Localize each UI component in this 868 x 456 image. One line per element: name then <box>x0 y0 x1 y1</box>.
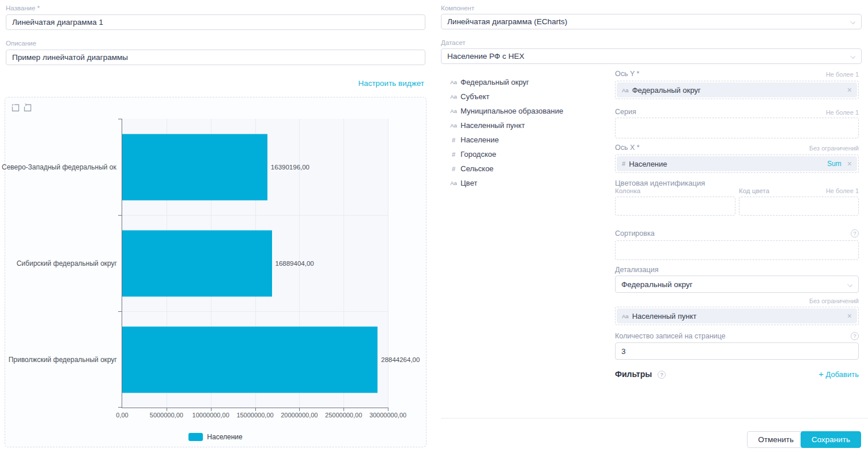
component-value: Линейчатая диаграмма (ECharts) <box>447 17 567 26</box>
component-label: Компонент <box>441 5 474 12</box>
number-field-icon: # <box>448 165 459 172</box>
chip-label: Население <box>629 160 667 168</box>
x-tick-label: 15000000,00 <box>236 412 273 419</box>
dataset-field[interactable]: #Население <box>448 133 604 147</box>
text-field-icon: Aa <box>448 93 459 100</box>
dataset-value: Население РФ с HEX <box>447 52 524 61</box>
dataset-label: Датасет <box>441 39 466 46</box>
field-label: Сельское <box>461 164 493 173</box>
chart-band: Приволжский федеральный округ28844264,00 <box>122 311 388 408</box>
x-tick-label: 5000000,00 <box>150 412 183 419</box>
x-tick-label: 20000000,00 <box>281 412 318 419</box>
description-label: Описание <box>6 40 425 47</box>
axis-x-limit: Без ограничений <box>809 145 859 152</box>
remove-icon[interactable]: × <box>847 160 852 168</box>
field-label: Цвет <box>461 179 477 187</box>
chart-preview: 0,005000000,0010000000,0015000000,002000… <box>5 97 427 447</box>
chart-legend[interactable]: Население <box>5 433 426 441</box>
help-icon[interactable]: ? <box>658 371 666 379</box>
text-field-icon: Aa <box>448 180 459 186</box>
dataset-field[interactable]: #Сельское <box>448 161 604 176</box>
bar-chart-plot[interactable]: 0,005000000,0010000000,0015000000,002000… <box>122 119 388 408</box>
remove-icon[interactable]: × <box>847 86 852 94</box>
dataset-field[interactable]: AaЦвет <box>448 176 604 190</box>
dataset-field[interactable]: #Городское <box>448 147 604 161</box>
bar[interactable] <box>122 326 378 393</box>
aggregation-badge[interactable]: Sum <box>827 160 841 168</box>
text-field-icon: Aa <box>448 79 459 85</box>
help-icon[interactable]: ? <box>851 332 859 340</box>
y-axis-tick <box>118 311 122 312</box>
color-column-dropzone[interactable] <box>615 197 735 216</box>
remove-icon[interactable]: × <box>847 312 852 320</box>
field-label: Субъект <box>461 92 489 101</box>
number-field-icon: # <box>448 151 459 158</box>
sorting-label: Сортировка <box>615 229 655 238</box>
data-zoom-icon[interactable] <box>11 103 20 112</box>
chart-band: Северо-Западный федеральный ок...1639019… <box>122 119 388 215</box>
x-tick-label: 0,00 <box>116 412 128 419</box>
x-axis-tick <box>211 408 212 411</box>
name-input[interactable] <box>6 14 425 30</box>
series-limit: Не более 1 <box>826 109 859 116</box>
sorting-dropzone[interactable] <box>615 240 859 260</box>
value-label: 28844264,00 <box>381 356 420 363</box>
text-field-icon: Aa <box>622 87 629 93</box>
configure-widget-link[interactable]: Настроить виджет <box>358 79 424 88</box>
axis-x-label: Ось X * <box>615 144 640 152</box>
field-label: Населенный пункт <box>461 121 525 130</box>
widget-settings-panel: Название * Описание Настроить виджет <box>6 5 425 88</box>
dataset-field[interactable]: AaСубъект <box>448 89 604 104</box>
detail-select[interactable]: Федеральный округ <box>615 276 859 293</box>
footer-divider <box>441 418 868 419</box>
add-filter-button[interactable]: + Добавить <box>818 369 859 379</box>
y-axis-tick <box>118 407 122 408</box>
save-button[interactable]: Сохранить <box>801 431 861 448</box>
x-axis-tick <box>388 408 388 411</box>
filters-label: Фильтры <box>615 370 652 379</box>
value-label: 16390196,00 <box>271 164 310 171</box>
dataset-fields: AaФедеральный округAaСубъектAaМуниципаль… <box>448 75 604 190</box>
bar[interactable] <box>122 134 267 200</box>
help-icon[interactable]: ? <box>851 229 859 238</box>
dataset-field[interactable]: AaМуниципальное образование <box>448 104 604 118</box>
axis-y-chip[interactable]: Aa Федеральный округ × <box>617 82 857 97</box>
detail-chip[interactable]: Aa Населенный пункт × <box>617 308 857 323</box>
field-label: Муниципальное образование <box>461 107 563 115</box>
detail-dropzone[interactable]: Aa Населенный пункт × <box>615 307 859 325</box>
axis-x-dropzone[interactable]: # Население Sum × <box>615 154 859 173</box>
dataset-field[interactable]: AaФедеральный округ <box>448 75 604 89</box>
number-field-icon: # <box>448 137 459 144</box>
text-field-icon: Aa <box>448 122 459 129</box>
description-input[interactable] <box>6 50 425 65</box>
series-label: Серия <box>615 108 636 116</box>
color-identification-label: Цветовая идентификация <box>615 179 705 187</box>
page-size-input[interactable] <box>615 342 859 360</box>
restore-icon[interactable] <box>23 103 32 112</box>
chart-band: Сибирский федеральный округ16889404,00 <box>122 215 388 311</box>
text-field-icon: Aa <box>622 313 629 319</box>
detail-value: Федеральный округ <box>621 280 693 289</box>
series-dropzone[interactable] <box>615 118 859 138</box>
x-axis-tick <box>344 408 344 411</box>
axis-y-limit: Не более 1 <box>826 71 859 78</box>
axis-x-chip[interactable]: # Население Sum × <box>617 156 857 171</box>
page-size-label: Количество записей на странице <box>615 332 726 340</box>
x-tick-label: 30000000,00 <box>369 412 406 419</box>
chip-label: Федеральный округ <box>632 86 701 95</box>
data-binding-panel: Компонент Линейчатая диаграмма (ECharts)… <box>441 0 862 456</box>
number-field-icon: # <box>622 160 625 167</box>
chip-label: Населенный пункт <box>632 312 697 321</box>
dataset-field[interactable]: AaНаселенный пункт <box>448 118 604 133</box>
bar[interactable] <box>122 230 272 296</box>
color-column-label: Колонка <box>615 187 640 194</box>
x-axis-tick <box>299 408 300 411</box>
detail-label: Детализация <box>615 266 658 274</box>
color-code-dropzone[interactable] <box>739 197 859 216</box>
field-label: Население <box>461 135 499 144</box>
chevron-down-icon <box>847 282 852 287</box>
text-field-icon: Aa <box>448 108 459 114</box>
cancel-button[interactable]: Отменить <box>747 431 805 448</box>
value-label: 16889404,00 <box>276 260 314 267</box>
axis-y-dropzone[interactable]: Aa Федеральный округ × <box>615 81 859 99</box>
